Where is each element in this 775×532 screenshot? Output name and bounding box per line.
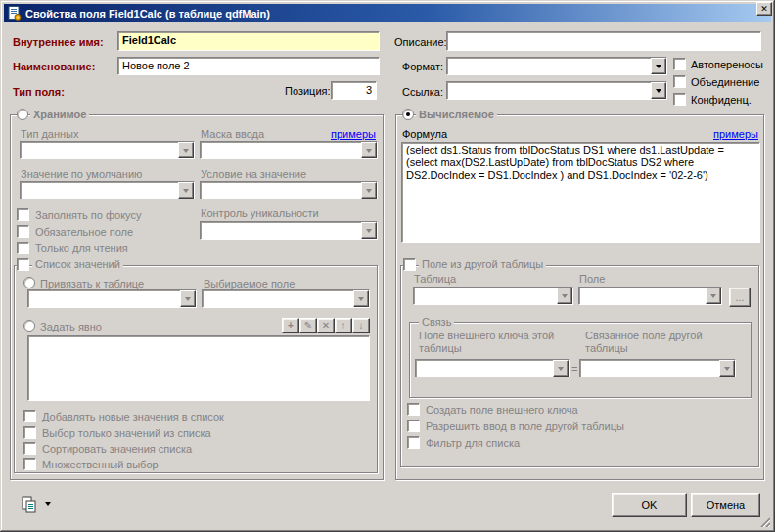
- arrow-up-icon: ↑: [342, 321, 346, 331]
- table-label: Таблица: [414, 273, 456, 286]
- list-edit-button[interactable]: ✎: [299, 318, 317, 333]
- formula-examples-link[interactable]: примеры: [713, 128, 758, 141]
- resize-grip[interactable]: [758, 515, 770, 527]
- add-new-values-label: Добавлять новые значения в список: [42, 411, 224, 423]
- required-field-checkbox[interactable]: [17, 225, 29, 238]
- chevron-down-icon[interactable]: [353, 290, 369, 307]
- multi-select-checkbox[interactable]: [23, 458, 36, 470]
- cancel-button[interactable]: Отмена: [691, 493, 760, 517]
- chevron-down-icon[interactable]: [361, 182, 377, 199]
- uniqueness-combobox[interactable]: [200, 221, 378, 240]
- data-type-label: Тип данных: [21, 128, 79, 141]
- format-combobox[interactable]: [446, 57, 667, 75]
- internal-name-field[interactable]: Field1Calc: [117, 31, 380, 51]
- explicit-list-radio[interactable]: [23, 320, 35, 332]
- title-bar[interactable]: Свойства поля Field1Calc (в таблице qdfM…: [4, 4, 771, 22]
- browse-button[interactable]: ...: [729, 288, 751, 307]
- computed-title: Вычисляемое: [416, 109, 497, 121]
- add-new-values-checkbox[interactable]: [23, 410, 36, 422]
- confidential-checkbox[interactable]: [673, 93, 686, 106]
- formula-textarea[interactable]: (select ds1.Status from tblDocStatus DS1…: [401, 142, 760, 243]
- close-button[interactable]: ✕: [756, 2, 772, 16]
- multi-select-label: Множественный выбор: [42, 459, 159, 471]
- mask-examples-link[interactable]: примеры: [331, 128, 376, 141]
- sort-values-label: Сортировать значения списка: [42, 443, 192, 456]
- confidential-label: Конфиденц.: [691, 94, 752, 107]
- copy-properties-button[interactable]: [20, 495, 51, 514]
- list-move-down-button[interactable]: ↓: [352, 318, 370, 333]
- equals-sign: =: [571, 363, 577, 376]
- chevron-down-icon[interactable]: [361, 142, 377, 158]
- allow-input-other-table-label: Разрешить ввод в поле другой таблицы: [426, 421, 624, 433]
- bind-table-combobox[interactable]: [27, 289, 197, 308]
- description-field[interactable]: [446, 31, 761, 51]
- autowrap-checkbox[interactable]: [673, 58, 686, 70]
- list-move-up-button[interactable]: ↑: [335, 318, 352, 333]
- value-condition-label: Условие на значение: [201, 168, 306, 181]
- other-table-title: Поле из другой таблицы: [419, 258, 546, 271]
- union-checkbox[interactable]: [673, 75, 686, 88]
- internal-name-label: Внутреннее имя:: [13, 36, 104, 49]
- chevron-down-icon[interactable]: [651, 82, 666, 99]
- chevron-down-icon[interactable]: [180, 290, 196, 307]
- computed-radio[interactable]: [402, 109, 414, 120]
- explicit-values-listbox[interactable]: [27, 335, 370, 401]
- foreign-key-combobox[interactable]: [415, 359, 570, 377]
- default-value-combobox[interactable]: [20, 181, 195, 200]
- default-value-label: Значение по умолчанию: [21, 168, 142, 181]
- explicit-list-label: Задать явно: [40, 321, 102, 333]
- read-only-checkbox[interactable]: [17, 242, 29, 254]
- related-field-label: Связанное поле другой таблицы: [585, 330, 737, 355]
- close-icon: ✕: [760, 5, 768, 14]
- select-field-combobox[interactable]: [202, 289, 370, 308]
- only-list-values-label: Выбор только значений из списка: [42, 427, 211, 440]
- chevron-down-icon[interactable]: [361, 222, 377, 239]
- related-field-combobox[interactable]: [579, 359, 736, 377]
- list-add-button[interactable]: +: [282, 318, 299, 333]
- caption-field[interactable]: Новое поле 2: [117, 57, 380, 75]
- field-combobox[interactable]: [578, 287, 722, 305]
- formula-label: Формула: [402, 128, 447, 141]
- create-foreign-key-checkbox[interactable]: [407, 403, 420, 416]
- plus-icon: +: [288, 321, 294, 331]
- relation-title: Связь: [419, 316, 454, 329]
- chevron-down-icon[interactable]: [178, 142, 194, 158]
- table-combobox[interactable]: [413, 287, 573, 305]
- stored-title: Хранимое: [30, 109, 89, 121]
- uniqueness-label: Контроль уникальности: [201, 207, 319, 220]
- chevron-down-icon[interactable]: [719, 360, 735, 377]
- field-label: Поле: [579, 273, 605, 286]
- sort-values-checkbox[interactable]: [23, 442, 36, 455]
- chevron-down-icon[interactable]: [178, 182, 194, 199]
- only-list-values-checkbox[interactable]: [23, 426, 36, 439]
- chevron-down-icon[interactable]: [651, 58, 666, 74]
- format-label: Формат:: [394, 61, 443, 73]
- arrow-down-icon: ↓: [359, 321, 364, 331]
- autowrap-label: Автопереносы: [691, 59, 763, 71]
- field-properties-icon: [7, 6, 22, 21]
- list-filter-label: Фильтр для списка: [426, 437, 520, 450]
- allow-input-other-table-checkbox[interactable]: [407, 420, 420, 432]
- data-type-combobox[interactable]: [20, 141, 195, 159]
- input-mask-combobox[interactable]: [200, 141, 378, 159]
- list-delete-button[interactable]: ✕: [317, 318, 335, 333]
- bind-table-radio[interactable]: [23, 277, 35, 288]
- list-filter-checkbox[interactable]: [407, 436, 420, 449]
- position-field[interactable]: 3: [331, 81, 377, 100]
- other-table-checkbox[interactable]: [403, 258, 416, 271]
- link-combobox[interactable]: [446, 81, 667, 100]
- chevron-down-icon[interactable]: [706, 288, 721, 304]
- ok-button[interactable]: OK: [612, 493, 687, 517]
- chevron-down-icon[interactable]: [557, 288, 572, 304]
- stored-radio[interactable]: [17, 109, 28, 120]
- union-label: Объединение: [691, 76, 759, 89]
- fill-by-focus-checkbox[interactable]: [17, 208, 29, 221]
- field-type-label: Тип поля:: [13, 86, 65, 99]
- link-label: Ссылка:: [394, 86, 443, 99]
- value-condition-combobox[interactable]: [200, 181, 378, 200]
- required-field-label: Обязательное поле: [35, 226, 133, 239]
- caption-label: Наименование:: [13, 61, 95, 73]
- value-list-checkbox[interactable]: [17, 258, 29, 271]
- chevron-down-icon[interactable]: [553, 360, 569, 377]
- value-list-title: Список значений: [32, 258, 123, 271]
